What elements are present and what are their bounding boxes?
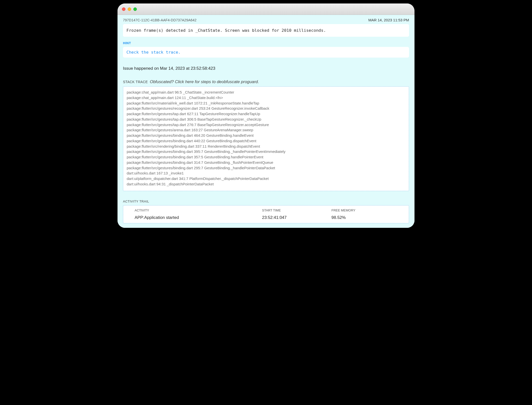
stack-trace-line: package:flutter/src/gestures/tap.dart 30…	[127, 117, 405, 122]
activity-trail-box: ACTIVITY START TIME FREE MEMORY APP:Appl…	[123, 205, 409, 223]
stack-trace-line: package:flutter/src/gestures/binding.dar…	[127, 138, 405, 144]
activity-trail-label: ACTIVITY TRAIL	[123, 200, 409, 203]
stack-trace-line: package:flutter/src/gestures/binding.dar…	[127, 154, 405, 160]
app-window: 797D147C-112C-41BB-AAF4-DD737A29A642 MAR…	[118, 3, 414, 228]
activity-header-row: ACTIVITY START TIME FREE MEMORY	[123, 205, 409, 214]
start-time-cell: 23:52:41:047	[262, 215, 331, 220]
stack-trace-line: package:flutter/src/gestures/binding.dar…	[127, 133, 405, 138]
activity-cell: APP:Application started	[123, 215, 262, 220]
stack-trace-line: package:flutter/src/gestures/tap.dart 62…	[127, 111, 405, 117]
stack-trace-line: package:flutter/src/gestures/binding.dar…	[127, 165, 405, 171]
stack-trace-line: package:chat_app/main.dart 124:11 _ChatS…	[127, 95, 405, 101]
issue-uuid: 797D147C-112C-41BB-AAF4-DD737A29A642	[123, 18, 197, 22]
window-titlebar	[118, 3, 414, 15]
deobfuscate-link[interactable]: Obfuscated? Click here for steps to deob…	[150, 79, 259, 84]
column-header-activity: ACTIVITY	[123, 208, 262, 212]
stack-trace-line: package:chat_app/main.dart 96:5 _ChatSta…	[127, 90, 405, 95]
stack-trace-line: package:flutter/src/gestures/binding.dar…	[127, 149, 405, 154]
stack-trace-line: package:flutter/src/gestures/tap.dart 27…	[127, 122, 405, 128]
stack-trace-box[interactable]: package:chat_app/main.dart 96:5 _ChatSta…	[123, 86, 409, 191]
stack-trace-line: dart:ui/hooks.dart 167:13 _invoke1	[127, 170, 405, 176]
stack-trace-line: package:flutter/src/rendering/binding.da…	[127, 144, 405, 149]
issue-happened-line: Issue happened on Mar 14, 2023 at 23:52:…	[123, 66, 409, 71]
stack-trace-label: STACK TRACE	[123, 80, 148, 84]
hint-label: HINT	[123, 41, 409, 45]
stack-trace-line: package:flutter/src/material/ink_well.da…	[127, 101, 405, 106]
device-frame: 797D147C-112C-41BB-AAF4-DD737A29A642 MAR…	[114, 0, 418, 231]
stack-trace-line: package:flutter/src/gestures/arena.dart …	[127, 127, 405, 133]
close-icon[interactable]	[122, 7, 125, 11]
error-message-box: Frozen frame(s) detected in _ChatState. …	[123, 24, 409, 37]
free-memory-cell: 98.52%	[331, 215, 409, 220]
hint-text: Check the stack trace.	[126, 50, 181, 55]
fullscreen-icon[interactable]	[133, 7, 137, 11]
error-message-text: Frozen frame(s) detected in _ChatState. …	[126, 28, 326, 33]
minimize-icon[interactable]	[128, 7, 131, 11]
table-row: APP:Application started23:52:41:04798.52…	[123, 214, 409, 223]
issue-timestamp: MAR 14, 2023 11:53 PM	[368, 18, 409, 22]
stack-trace-line: package:flutter/src/gestures/binding.dar…	[127, 160, 405, 165]
content-area: 797D147C-112C-41BB-AAF4-DD737A29A642 MAR…	[118, 15, 414, 228]
stack-trace-line: package:flutter/src/gestures/recognizer.…	[127, 106, 405, 111]
column-header-start-time: START TIME	[262, 208, 331, 212]
hint-box: Check the stack trace.	[123, 47, 409, 58]
column-header-free-memory: FREE MEMORY	[331, 208, 409, 212]
stack-trace-line: dart:ui/platform_dispatcher.dart 341:7 P…	[127, 176, 405, 181]
header-row: 797D147C-112C-41BB-AAF4-DD737A29A642 MAR…	[123, 15, 409, 24]
stack-trace-header: STACK TRACE Obfuscated? Click here for s…	[123, 79, 409, 84]
stack-trace-line: dart:ui/hooks.dart 94:31 _dispatchPointe…	[127, 181, 405, 187]
